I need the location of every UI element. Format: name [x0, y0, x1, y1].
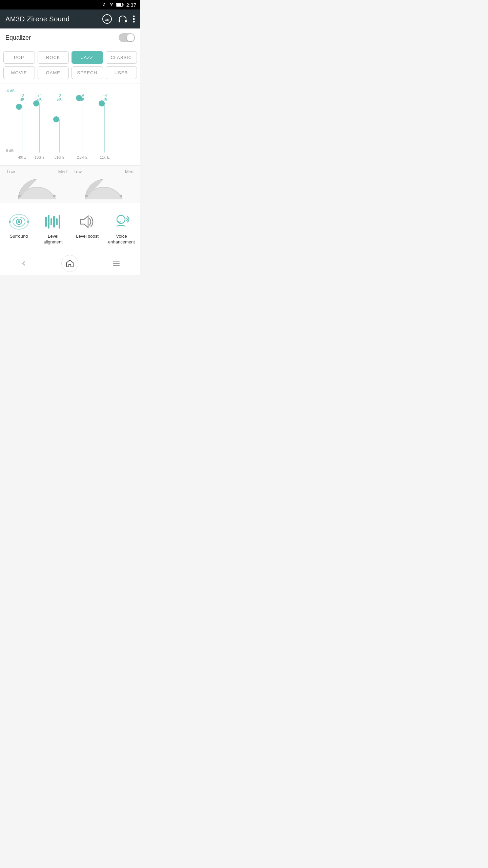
track-40hz	[22, 106, 22, 153]
presets-grid: POP ROCK JAZZ CLASSIC MOVIE GAME SPEECH …	[0, 47, 140, 83]
surround-label: Surround	[10, 234, 28, 239]
svg-rect-20	[50, 218, 52, 225]
knob-2-low-label: Low	[74, 169, 82, 174]
thumb-11khz[interactable]	[99, 100, 105, 106]
preset-rock[interactable]: ROCK	[38, 51, 69, 64]
preset-user[interactable]: USER	[106, 66, 137, 79]
wifi-icon	[109, 3, 114, 7]
eq-section: +6 dB -6 dB +2 dB 40Hz +4 dB 130Hz	[0, 83, 140, 166]
svg-rect-6	[125, 20, 127, 22]
hz-label-510hz: 510Hz	[55, 156, 64, 159]
feature-surround[interactable]: Surround	[3, 213, 34, 245]
main-content: Equalizer POP ROCK JAZZ CLASSIC MOVIE GA…	[0, 28, 140, 252]
preset-speech[interactable]: SPEECH	[72, 66, 103, 79]
svg-point-9	[133, 21, 135, 23]
status-bar: 2:37	[0, 0, 140, 9]
track-22khz	[82, 98, 82, 153]
voice-enhancement-label: Voice enhancement	[106, 234, 137, 245]
preset-movie[interactable]: MOVIE	[3, 66, 35, 79]
preset-jazz[interactable]: JAZZ	[72, 51, 103, 64]
thumb-130hz[interactable]	[33, 100, 39, 106]
svg-rect-22	[56, 218, 58, 225]
time-display: 2:37	[126, 2, 136, 8]
level-boost-label: Level boost	[76, 234, 99, 239]
equalizer-toggle[interactable]	[119, 33, 135, 42]
svg-rect-26	[113, 261, 120, 262]
eq-center-line	[14, 125, 137, 125]
preset-pop[interactable]: POP	[3, 51, 35, 64]
svg-point-25	[117, 215, 125, 223]
db-bottom-label: -6 dB	[5, 149, 14, 153]
svg-point-11	[53, 195, 56, 197]
svg-rect-5	[119, 20, 120, 22]
svg-rect-23	[59, 215, 60, 229]
svg-rect-1	[123, 4, 123, 6]
knob-1[interactable]	[15, 176, 59, 199]
svg-marker-24	[81, 216, 88, 228]
equalizer-label: Equalizer	[5, 34, 31, 41]
knob-2-labels: Low Med	[70, 169, 137, 174]
more-menu-icon[interactable]	[133, 15, 135, 23]
hz-label-130hz: 130Hz	[35, 156, 44, 159]
thumb-510hz[interactable]	[53, 116, 59, 122]
on-icon[interactable]: ON	[102, 14, 113, 24]
svg-rect-2	[117, 3, 121, 6]
hz-label-11khz: 11kHz	[100, 156, 109, 159]
knob-2[interactable]	[82, 176, 126, 199]
track-510hz	[59, 119, 60, 153]
preset-game[interactable]: GAME	[38, 66, 69, 79]
svg-rect-18	[45, 217, 47, 227]
hz-label-22khz: 2.2kHz	[77, 156, 87, 159]
level-boost-icon	[77, 213, 98, 230]
svg-point-8	[133, 18, 135, 20]
level-alignment-icon	[43, 213, 63, 230]
features-section: Surround Level alignment	[0, 203, 140, 252]
knob-2-high-label: Med	[125, 169, 134, 174]
headphones-icon[interactable]	[118, 14, 127, 24]
knob-1-high-label: Med	[58, 169, 67, 174]
thumb-40hz[interactable]	[16, 104, 22, 110]
db-top-label: +6 dB	[5, 89, 15, 93]
db-label-40hz: +2 dB	[20, 94, 24, 102]
preset-classic[interactable]: CLASSIC	[106, 51, 137, 64]
bottom-nav	[0, 252, 140, 275]
app-bar-actions: ON	[102, 14, 135, 24]
svg-text:ON: ON	[105, 18, 109, 21]
svg-point-12	[85, 195, 88, 197]
knob-1-low-label: Low	[7, 169, 15, 174]
track-11khz	[104, 103, 105, 153]
svg-rect-19	[48, 215, 49, 229]
svg-rect-27	[113, 263, 120, 264]
menu-button[interactable]	[106, 258, 126, 269]
knob-1-labels: Low Med	[3, 169, 70, 174]
knob-2-container: Low Med	[70, 169, 137, 203]
app-title: AM3D Zirene Sound	[5, 15, 98, 23]
feature-level-alignment[interactable]: Level alignment	[38, 213, 68, 245]
thumb-22khz[interactable]	[76, 95, 82, 101]
knobs-section: Low Med Low Med	[0, 166, 140, 203]
svg-point-7	[133, 16, 135, 17]
equalizer-toggle-row: Equalizer	[0, 28, 140, 47]
level-alignment-label: Level alignment	[38, 234, 68, 245]
svg-rect-21	[53, 216, 55, 228]
feature-voice-enhancement[interactable]: Voice enhancement	[106, 213, 137, 245]
db-label-510hz: -2 dB	[57, 94, 62, 102]
voice-enhancement-icon	[111, 213, 132, 230]
hz-label-40hz: 40Hz	[18, 156, 26, 159]
svg-point-10	[18, 195, 21, 197]
svg-rect-28	[113, 265, 120, 266]
battery-icon	[116, 3, 124, 7]
app-bar: AM3D Zirene Sound ON	[0, 9, 140, 28]
track-130hz	[39, 103, 40, 153]
svg-point-17	[18, 220, 20, 223]
home-button[interactable]	[61, 255, 78, 272]
back-button[interactable]	[14, 258, 34, 269]
svg-point-13	[120, 195, 122, 197]
bluetooth-icon	[102, 2, 107, 7]
feature-level-boost[interactable]: Level boost	[72, 213, 103, 245]
surround-icon	[9, 213, 29, 230]
knob-1-container: Low Med	[3, 169, 70, 203]
